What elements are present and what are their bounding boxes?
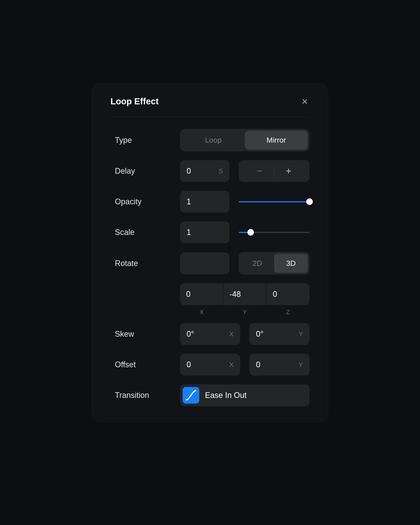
axis-x-label: X [180, 309, 223, 316]
offset-y-input[interactable] [256, 360, 299, 369]
delay-increment[interactable] [274, 165, 303, 178]
rotate-z-input[interactable] [267, 290, 309, 299]
axis-labels: X Y Z [180, 309, 309, 316]
opacity-input[interactable] [187, 197, 223, 206]
axis-z-label: Z [266, 309, 309, 316]
rotate-xyz-row [111, 283, 309, 305]
rotate-y-input[interactable] [223, 290, 266, 299]
delay-label: Delay [111, 167, 180, 176]
scale-label: Scale [111, 228, 180, 237]
rotate-input[interactable] [187, 259, 223, 268]
rotate-row: Rotate 2D 3D [111, 252, 309, 274]
transition-value: Ease In Out [205, 391, 247, 400]
delay-unit: S [219, 167, 223, 175]
scale-input-box[interactable] [180, 221, 229, 243]
delay-decrement[interactable] [245, 165, 274, 178]
rotate-xyz-group [180, 283, 309, 305]
skew-y-input[interactable] [256, 329, 299, 339]
type-segment: Loop Mirror [180, 129, 309, 151]
skew-x-input[interactable] [187, 329, 229, 339]
rotate-x-input[interactable] [180, 290, 223, 299]
plus-icon [285, 168, 292, 174]
opacity-slider[interactable] [239, 197, 309, 206]
skew-row: Skew X Y [111, 323, 309, 345]
transition-select[interactable]: Ease In Out [180, 384, 309, 406]
skew-x-box[interactable]: X [180, 323, 240, 345]
offset-x-box[interactable]: X [180, 354, 240, 375]
scale-row: Scale [111, 221, 309, 243]
scale-slider-thumb[interactable] [247, 229, 254, 236]
delay-input[interactable] [187, 167, 219, 176]
opacity-input-box[interactable] [180, 191, 229, 213]
rotate-2d-button[interactable]: 2D [240, 254, 274, 273]
type-option-mirror[interactable]: Mirror [245, 131, 308, 150]
offset-x-input[interactable] [187, 360, 229, 369]
offset-y-box[interactable]: Y [249, 354, 309, 375]
ease-curve-icon [183, 387, 199, 403]
type-row: Type Loop Mirror [111, 129, 309, 151]
panel-header: Loop Effect [111, 96, 309, 117]
rotate-3d-button[interactable]: 3D [274, 254, 308, 273]
close-button[interactable] [300, 97, 309, 106]
offset-label: Offset [111, 360, 180, 369]
skew-label: Skew [111, 329, 180, 339]
skew-y-box[interactable]: Y [249, 323, 309, 345]
opacity-row: Opacity [111, 191, 309, 213]
delay-input-box[interactable]: S [180, 160, 229, 182]
delay-row: Delay S [111, 160, 309, 182]
scale-input[interactable] [187, 228, 223, 237]
loop-effect-panel: Loop Effect Type Loop Mirror Delay S [92, 83, 328, 422]
rotate-dim-segment: 2D 3D [239, 252, 309, 274]
offset-x-suffix: X [229, 361, 234, 368]
skew-y-suffix: Y [299, 330, 303, 338]
transition-label: Transition [111, 391, 180, 400]
type-option-loop[interactable]: Loop [182, 131, 245, 150]
scale-slider[interactable] [239, 228, 309, 237]
type-label: Type [111, 136, 180, 145]
opacity-slider-thumb[interactable] [306, 198, 313, 205]
panel-title: Loop Effect [111, 96, 159, 106]
rotate-input-box[interactable] [180, 253, 229, 274]
axis-y-label: Y [223, 309, 266, 316]
offset-y-suffix: Y [299, 361, 303, 368]
delay-stepper [239, 160, 309, 182]
rotate-label: Rotate [111, 259, 180, 268]
offset-row: Offset X Y [111, 354, 309, 375]
skew-x-suffix: X [229, 330, 234, 338]
opacity-label: Opacity [111, 197, 180, 206]
minus-icon [257, 168, 263, 174]
close-icon [301, 98, 308, 105]
transition-row: Transition Ease In Out [111, 384, 309, 406]
